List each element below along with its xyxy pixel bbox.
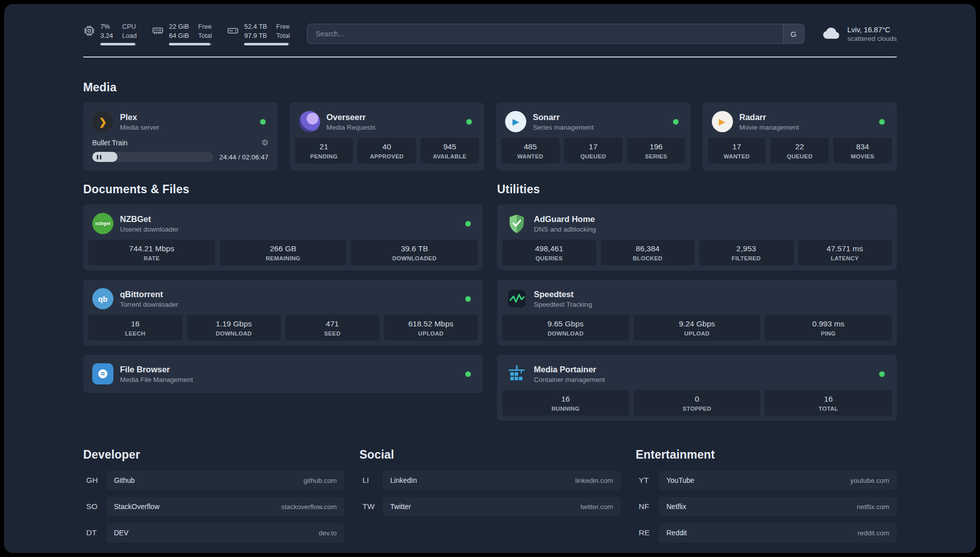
- service-description: Media Requests: [327, 124, 376, 131]
- weather-location: Lviv, 16.87°C: [847, 26, 897, 34]
- service-description: Series management: [533, 124, 594, 131]
- service-name: Plex: [120, 113, 159, 122]
- stat-label: PING: [766, 330, 890, 337]
- bookmark-reddit[interactable]: RE Reddit reddit.com: [636, 523, 897, 542]
- stat-remaining: 266 GB REMAINING: [220, 240, 347, 265]
- service-description: Media File Management: [120, 376, 193, 383]
- stat-value: 471: [287, 319, 378, 328]
- service-description: Usenet downloader: [120, 226, 178, 233]
- stat-value: 196: [629, 142, 684, 151]
- section-title-social: Social: [359, 448, 621, 462]
- bookmark-abbr: LI: [359, 476, 383, 485]
- stat-value: 17: [566, 142, 621, 151]
- bookmark-domain: youtube.com: [850, 477, 889, 484]
- bookmark-name: StackOverflow: [114, 503, 159, 511]
- stat-latency: 47.571 ms LATENCY: [798, 240, 892, 265]
- bookmark-group-entertainment: Entertainment YT YouTube youtube.com NF …: [636, 448, 897, 549]
- now-playing-title: Bullet Train: [92, 139, 128, 147]
- stat-label: DOWNLOADED: [352, 255, 476, 261]
- stat-pending: 21 PENDING: [295, 138, 353, 163]
- section-title-entertainment: Entertainment: [636, 448, 897, 462]
- stat-blocked: 86,384 BLOCKED: [601, 240, 695, 265]
- adguard-icon: [506, 213, 527, 234]
- bookmark-name: YouTube: [666, 476, 694, 484]
- radarr-icon: ▶: [712, 111, 733, 132]
- service-card-speedtest[interactable]: Speedtest Speedtest Tracking 9.65 Gbps D…: [497, 280, 897, 346]
- bookmark-linkedin[interactable]: LI LinkedIn linkedin.com: [359, 471, 621, 490]
- stat-label: QUEUED: [566, 153, 621, 159]
- bookmark-dev[interactable]: DT DEV dev.to: [83, 523, 344, 542]
- overseerr-icon: [299, 111, 320, 132]
- stat-queued: 17 QUEUED: [564, 138, 623, 163]
- stat-value: 16: [90, 319, 181, 328]
- service-card-nzbget[interactable]: nzbget NZBGet Usenet downloader 744.21 M…: [83, 204, 483, 270]
- weather-widget[interactable]: Lviv, 16.87°C scattered clouds: [822, 25, 897, 42]
- stat-value: 744.21 Mbps: [90, 244, 214, 253]
- disk-free-label: Free: [276, 22, 290, 31]
- stat-value: 0.993 ms: [766, 319, 890, 328]
- speedtest-icon: [506, 288, 527, 309]
- memory-icon: [152, 25, 164, 37]
- section-utilities: Utilities: [497, 183, 897, 421]
- service-name: qBittorrent: [120, 290, 178, 299]
- bookmark-domain: netflix.com: [856, 503, 889, 511]
- bookmark-github[interactable]: GH Github github.com: [83, 471, 344, 490]
- service-card-filebrowser[interactable]: File Browser Media File Management: [83, 355, 483, 393]
- search-input[interactable]: [308, 24, 782, 43]
- service-card-sonarr[interactable]: ▶ Sonarr Series management 485 WANTED 17: [496, 102, 691, 171]
- stat-label: WANTED: [503, 153, 558, 159]
- stat-label: WANTED: [709, 153, 765, 159]
- service-card-overseerr[interactable]: Overseerr Media Requests 21 PENDING 40 A…: [290, 102, 484, 171]
- cpu-widget: 7% 3.24 CPU Load: [83, 22, 137, 45]
- qbittorrent-icon: qb: [92, 288, 113, 309]
- stat-download: 1.19 Gbps DOWNLOAD: [187, 315, 281, 341]
- service-card-qbittorrent[interactable]: qb qBittorrent Torrent downloader 16: [83, 280, 483, 346]
- service-description: Container management: [534, 376, 605, 383]
- nzbget-icon-text: nzbget: [95, 221, 110, 226]
- status-dot: [465, 296, 471, 302]
- stat-label: SERIES: [629, 153, 684, 159]
- gear-icon[interactable]: ⚙: [261, 138, 268, 147]
- service-card-adguard[interactable]: AdGuard Home DNS and adblocking 498,461 …: [497, 204, 897, 270]
- memory-usage-bar: [169, 43, 212, 45]
- pause-button[interactable]: [97, 155, 101, 159]
- service-description: DNS and adblocking: [534, 226, 596, 233]
- stat-label: PENDING: [296, 153, 352, 159]
- section-title-utilities: Utilities: [497, 183, 897, 196]
- bookmark-abbr: TW: [359, 502, 383, 511]
- disk-widget: 52.4 TB 97.9 TB Free Total: [227, 22, 290, 45]
- search-provider-button[interactable]: G: [783, 24, 804, 43]
- bookmark-twitter[interactable]: TW Twitter twitter.com: [359, 497, 621, 516]
- stat-rate: 744.21 Mbps RATE: [88, 240, 215, 265]
- service-name: AdGuard Home: [534, 214, 596, 224]
- stat-label: QUEUED: [772, 153, 827, 159]
- playback-progress-bar[interactable]: [92, 152, 213, 162]
- stat-value: 22: [772, 142, 827, 151]
- bookmark-stackoverflow[interactable]: SO StackOverflow stackoverflow.com: [83, 497, 344, 516]
- stat-filtered: 2,953 FILTERED: [699, 240, 793, 265]
- service-description: Media server: [120, 124, 159, 131]
- filebrowser-icon: [92, 363, 113, 384]
- bookmark-name: Github: [114, 476, 135, 484]
- stat-value: 40: [359, 142, 414, 151]
- memory-free-label: Free: [198, 22, 212, 31]
- plex-chevron-glyph: ❯: [99, 117, 107, 127]
- status-dot: [673, 119, 679, 125]
- section-title-developer: Developer: [83, 448, 344, 462]
- media-grid: ❯ Plex Media server Bullet Train ⚙: [83, 102, 897, 171]
- stat-download: 9.65 Gbps DOWNLOAD: [502, 315, 629, 341]
- sonarr-icon: ▶: [505, 111, 526, 132]
- stat-label: UPLOAD: [386, 330, 477, 337]
- service-card-radarr[interactable]: ▶ Radarr Movie management 17 WANTED 22: [703, 102, 897, 171]
- bookmark-youtube[interactable]: YT YouTube youtube.com: [636, 471, 897, 490]
- stat-value: 9.24 Gbps: [635, 319, 759, 328]
- bookmark-abbr: NF: [636, 502, 659, 511]
- stat-label: DOWNLOAD: [504, 330, 628, 337]
- stat-label: MOVIES: [835, 153, 890, 159]
- bookmark-name: DEV: [114, 529, 129, 537]
- bookmark-netflix[interactable]: NF Netflix netflix.com: [636, 497, 897, 516]
- service-card-portainer[interactable]: Media Portainer Container management 16 …: [497, 355, 897, 421]
- qbittorrent-icon-text: qb: [98, 295, 107, 303]
- service-card-plex[interactable]: ❯ Plex Media server Bullet Train ⚙: [83, 102, 278, 171]
- stat-label: FILTERED: [701, 255, 792, 261]
